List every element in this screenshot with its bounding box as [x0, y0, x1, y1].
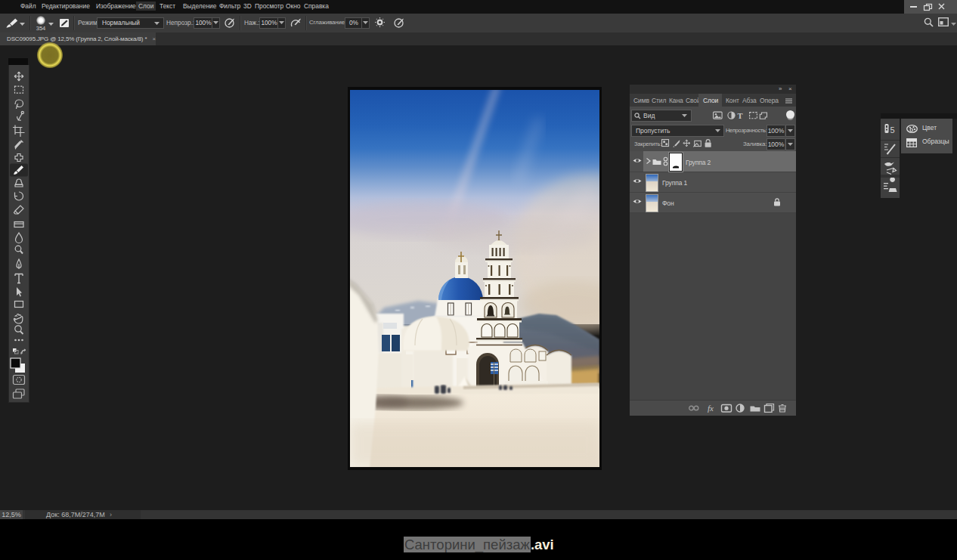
svg-text:5: 5 [890, 125, 895, 135]
svg-text:fx: fx [708, 404, 714, 413]
svg-text:T: T [738, 112, 743, 120]
